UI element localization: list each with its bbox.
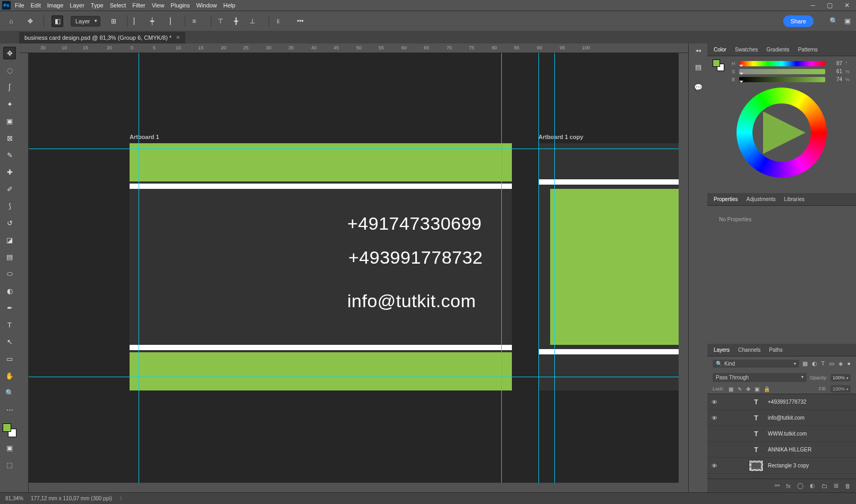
align-left-icon[interactable]: ▏ (131, 15, 142, 27)
filter-toggle-icon[interactable]: ● (847, 360, 851, 367)
doc-dimensions[interactable]: 177,12 mm x 110,07 mm (300 ppi) (31, 496, 112, 501)
layer-name[interactable]: Rectangle 3 copy (768, 463, 809, 468)
blur-tool[interactable]: ⬭ (3, 267, 16, 280)
color-wheel[interactable] (737, 88, 827, 178)
history-panel-icon[interactable]: ▤ (692, 60, 705, 73)
lock-all-icon[interactable]: 🔒 (764, 386, 770, 392)
rect-white-bot[interactable] (130, 345, 512, 350)
menu-layer[interactable]: Layer (70, 2, 84, 8)
eraser-tool[interactable]: ◪ (3, 233, 16, 246)
layer-name[interactable]: +493991778732 (768, 399, 807, 405)
quickmask-icon[interactable]: ▣ (3, 441, 16, 454)
color-swatch[interactable] (3, 423, 16, 437)
align-hcenter-icon[interactable]: ┿ (147, 15, 158, 27)
tab-gradients[interactable]: Gradients (766, 47, 789, 53)
path-tool[interactable]: ↖ (3, 335, 16, 348)
menu-edit[interactable]: Edit (31, 2, 41, 8)
blend-mode-select[interactable]: Pass Through (713, 373, 807, 382)
rect-white-top[interactable] (130, 184, 512, 189)
screenmode-icon[interactable]: ⬚ (3, 458, 16, 471)
ruler-horizontal[interactable]: 30 10 15 20 0 5 10 15 20 25 30 35 40 45 … (19, 44, 688, 53)
tab-libraries[interactable]: Libraries (784, 196, 804, 202)
pen-tool[interactable]: ✒ (3, 301, 16, 314)
layer-row[interactable]: 👁Rectangle 3 copy (707, 458, 856, 474)
lock-image-icon[interactable]: ✎ (738, 386, 742, 392)
gradient-tool[interactable]: ▤ (3, 250, 16, 263)
more-options-icon[interactable]: ••• (295, 15, 306, 27)
fx-icon[interactable]: fx (786, 483, 791, 489)
rect-white-bot[interactable] (538, 349, 679, 354)
guide[interactable] (501, 53, 502, 483)
menu-type[interactable]: Type (91, 2, 104, 8)
rect-white-top[interactable] (538, 179, 679, 185)
lock-pos-icon[interactable]: ✥ (746, 386, 750, 392)
lasso-tool[interactable]: ʃ (3, 81, 16, 93)
opacity-value[interactable]: 100% (831, 374, 851, 381)
rect-green-mid[interactable] (550, 189, 679, 345)
lock-trans-icon[interactable]: ▦ (729, 386, 733, 392)
rect-tool[interactable]: ▭ (3, 352, 16, 365)
fill-value[interactable]: 100% (831, 385, 851, 393)
visibility-eye-icon[interactable]: 👁 (712, 463, 719, 469)
link-layers-icon[interactable]: ⚯ (775, 482, 780, 489)
tab-patterns[interactable]: Patterns (798, 47, 818, 53)
move-tool[interactable]: ✥ (3, 47, 16, 59)
lock-artboard-icon[interactable]: ▣ (755, 386, 759, 392)
text-phone2[interactable]: +493991778732 (348, 247, 483, 268)
document-tab[interactable]: business card design.psd @ 81,3% (Group … (19, 32, 185, 44)
hue-slider[interactable] (739, 61, 825, 66)
minimize-icon[interactable]: ─ (810, 2, 815, 9)
close-icon[interactable]: ✕ (844, 2, 850, 9)
zoom-level[interactable]: 81,34% (5, 496, 23, 501)
group-icon[interactable]: 🗀 (821, 483, 827, 489)
frame-tool[interactable]: ⊠ (3, 132, 16, 144)
layer-filter-kind[interactable]: 🔍 Kind ▾ (713, 360, 799, 368)
align-top-icon[interactable]: ⊤ (215, 15, 226, 27)
b-value[interactable]: 74 (828, 76, 842, 82)
foreground-color[interactable] (3, 423, 11, 432)
visibility-eye-icon[interactable]: 👁 (712, 415, 719, 421)
move-tool-icon[interactable]: ✥ (24, 15, 36, 27)
share-button[interactable]: Share (783, 15, 814, 27)
align-right-icon[interactable]: ▕ (162, 15, 174, 27)
menu-view[interactable]: View (152, 2, 165, 8)
color-swatch-mini[interactable] (713, 59, 724, 71)
tab-properties[interactable]: Properties (714, 196, 738, 202)
tab-swatches[interactable]: Swatches (735, 47, 758, 53)
filter-pixel-icon[interactable]: ▦ (802, 360, 808, 367)
layer-target-select[interactable]: Layer (71, 16, 100, 27)
menu-select[interactable]: Select (110, 2, 126, 8)
menu-file[interactable]: File (15, 2, 24, 8)
tab-paths[interactable]: Paths (769, 347, 783, 353)
stamp-tool[interactable]: ⟆ (3, 199, 16, 212)
guide[interactable] (29, 377, 679, 377)
adjustment-icon[interactable]: ◐ (810, 482, 815, 489)
menu-bar[interactable]: File Edit Image Layer Type Select Filter… (15, 2, 235, 8)
artboard-1[interactable]: Artboard 1 +491747330699 +493991778732 i… (130, 143, 512, 390)
marquee-tool[interactable]: ◌ (3, 64, 16, 76)
filter-shape-icon[interactable]: ▭ (829, 360, 834, 367)
layer-row[interactable]: 👁Tinfo@tutkit.com (707, 410, 856, 426)
align-justify-icon[interactable]: ≡ (189, 15, 200, 27)
crop-tool[interactable]: ▣ (3, 115, 16, 127)
zoom-tool[interactable]: 🔍 (3, 386, 16, 399)
layer-name[interactable]: ANNIKA HILLGER (768, 447, 811, 453)
wand-tool[interactable]: ✦ (3, 98, 16, 110)
dodge-tool[interactable]: ◐ (3, 284, 16, 297)
layer-name[interactable]: WWW.tutkit.com (768, 431, 807, 437)
guide[interactable] (139, 53, 139, 483)
h-value[interactable]: 87 (828, 60, 842, 66)
brush-tool[interactable]: ✐ (3, 183, 16, 195)
menu-help[interactable]: Help (224, 2, 236, 8)
tab-channels[interactable]: Channels (738, 347, 760, 353)
layer-list[interactable]: 👁T+493991778732👁Tinfo@tutkit.comTWWW.tut… (707, 394, 856, 479)
filter-smart-icon[interactable]: ◈ (838, 360, 843, 367)
align-vcenter-icon[interactable]: ╋ (230, 15, 242, 27)
eyedropper-tool[interactable]: ✎ (3, 149, 16, 161)
transform-controls-toggle[interactable]: ⊞ (108, 15, 119, 27)
tab-adjustments[interactable]: Adjustments (747, 196, 776, 202)
layer-row[interactable]: 👁T+493991778732 (707, 394, 856, 410)
collapse-arrow-icon[interactable]: ◂◂ (696, 48, 701, 53)
mask-icon[interactable]: ◯ (797, 482, 803, 489)
canvas[interactable]: Artboard 1 +491747330699 +493991778732 i… (29, 53, 679, 483)
